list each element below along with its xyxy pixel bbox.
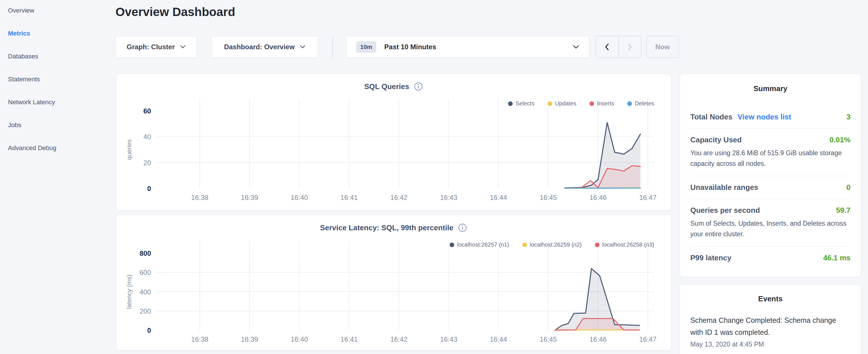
svg-text:400: 400 [140,288,151,296]
sidebar-item-advanced-debug[interactable]: Advanced Debug [0,137,112,160]
summary-row-label: Queries per second [690,206,760,215]
summary-title: Summary [690,84,850,93]
svg-text:16:46: 16:46 [589,335,607,343]
svg-text:16:38: 16:38 [191,335,208,343]
svg-text:16:44: 16:44 [490,194,507,201]
dashboard-dropdown-label: Dashboard: Overview [224,43,295,51]
legend-item: Inserts [589,100,614,107]
summary-row-label: P99 latency [690,254,731,262]
legend-dot [450,243,454,247]
legend-dot [508,101,513,106]
dashboard-dropdown[interactable]: Dashboard: Overview [211,36,318,58]
legend-dot [522,243,527,247]
view-nodes-list-link[interactable]: View nodes list [738,112,791,122]
svg-text:16:44: 16:44 [490,335,507,343]
sidebar-nav: OverviewMetricsDatabasesStatementsNetwor… [0,0,112,354]
graph-dropdown[interactable]: Graph: Cluster [116,36,197,58]
svg-text:60: 60 [143,107,151,115]
legend-item: Deletes [627,100,654,107]
sidebar-item-jobs[interactable]: Jobs [0,115,112,137]
summary-row: Capacity Used0.01%You are using 28.6 MiB… [690,128,850,176]
summary-row-value: 0.01% [829,135,850,144]
now-button[interactable]: Now [646,36,679,58]
svg-text:16:41: 16:41 [340,335,358,343]
summary-row-subtext: Sum of Selects, Updates, Inserts, and De… [690,218,850,239]
time-range-selector[interactable]: 10m Past 10 Minutes [346,36,589,58]
svg-text:16:45: 16:45 [539,194,557,201]
svg-text:16:46: 16:46 [589,194,607,201]
legend-dot [595,243,599,247]
svg-text:40: 40 [143,133,151,141]
events-title: Events [690,294,850,303]
chart-legend: localhost:26257 (n1)localhost:26259 (n2)… [450,242,654,248]
svg-text:latency (ms): latency (ms) [125,275,133,309]
summary-row-value: 0 [846,183,850,192]
svg-text:queries: queries [125,139,133,160]
svg-text:16:45: 16:45 [539,335,557,343]
page-title: Overview Dashboard [116,5,235,19]
chevron-down-icon [300,45,306,49]
sidebar-item-network-latency[interactable]: Network Latency [0,92,112,115]
svg-text:200: 200 [140,307,151,315]
summary-row-label: Unavailable ranges [690,183,758,192]
info-icon[interactable] [414,82,423,91]
sidebar-item-metrics[interactable]: Metrics [0,23,112,46]
time-range-badge: 10m [356,41,376,53]
chevron-left-icon [604,43,609,51]
svg-text:0: 0 [147,185,151,192]
chevron-down-icon [573,45,579,49]
svg-text:16:43: 16:43 [440,335,457,343]
sidebar-item-databases[interactable]: Databases [0,46,112,69]
controls-divider [333,36,333,58]
summary-row-value: 59.7 [836,206,850,215]
summary-row: Queries per second59.7Sum of Selects, Up… [690,199,850,246]
svg-text:16:47: 16:47 [639,194,656,201]
svg-text:16:42: 16:42 [390,194,407,201]
summary-row-value: 46.1 ms [823,254,850,262]
chart-title: SQL Queries [364,82,409,91]
legend-item: Selects [508,100,534,107]
prev-range-button[interactable] [596,36,618,58]
svg-text:600: 600 [140,269,151,277]
legend-item: localhost:26259 (n2) [522,242,582,248]
summary-row-label: Total Nodes [690,112,733,122]
summary-row-value: 3 [846,112,850,122]
legend-dot [548,101,552,106]
legend-item: Updates [548,100,577,107]
next-range-button[interactable] [618,36,641,58]
events-panel: Events Schema Change Completed: Schema c… [680,284,861,354]
service-latency-chart: 020040060080016:3816:3916:4016:4116:4216… [116,215,671,351]
summary-row: Total NodesView nodes list3 [690,106,850,128]
now-button-label: Now [655,43,670,51]
svg-text:16:40: 16:40 [291,335,308,343]
sql-queries-chart: 020406016:3816:3916:4016:4116:4216:4316:… [116,74,671,211]
chart-card-sql-queries: 020406016:3816:3916:4016:4116:4216:4316:… [116,74,671,211]
legend-item: localhost:26257 (n1) [450,242,509,248]
svg-text:800: 800 [140,250,151,257]
chevron-down-icon [180,45,186,49]
time-range-label: Past 10 Minutes [384,43,573,51]
time-range-pager [595,36,641,58]
legend-item: localhost:26258 (n3) [595,242,654,248]
summary-row-label: Capacity Used [690,135,742,144]
chart-card-service-latency: 020040060080016:3816:3916:4016:4116:4216… [116,215,671,351]
sidebar-item-overview[interactable]: Overview [0,0,112,23]
legend-dot [627,101,632,106]
svg-text:0: 0 [147,326,151,334]
svg-text:16:39: 16:39 [241,194,258,201]
svg-text:16:42: 16:42 [390,335,407,343]
svg-text:16:43: 16:43 [440,194,457,201]
graph-dropdown-label: Graph: Cluster [127,43,175,51]
svg-text:16:40: 16:40 [291,194,308,201]
chevron-right-icon [627,43,632,51]
info-icon[interactable] [458,223,467,232]
svg-text:16:39: 16:39 [241,335,258,343]
svg-text:16:47: 16:47 [639,335,656,343]
event-text: Schema Change Completed: Schema change w… [690,314,850,338]
svg-text:16:41: 16:41 [340,194,358,201]
summary-row: Unavailable ranges0 [690,176,850,199]
events-list: Schema Change Completed: Schema change w… [690,314,850,348]
sidebar-item-statements[interactable]: Statements [0,69,112,92]
summary-rows: Total NodesView nodes list3Capacity Used… [690,106,850,269]
event-timestamp: May 13, 2020 at 4:45 PM [690,341,850,348]
